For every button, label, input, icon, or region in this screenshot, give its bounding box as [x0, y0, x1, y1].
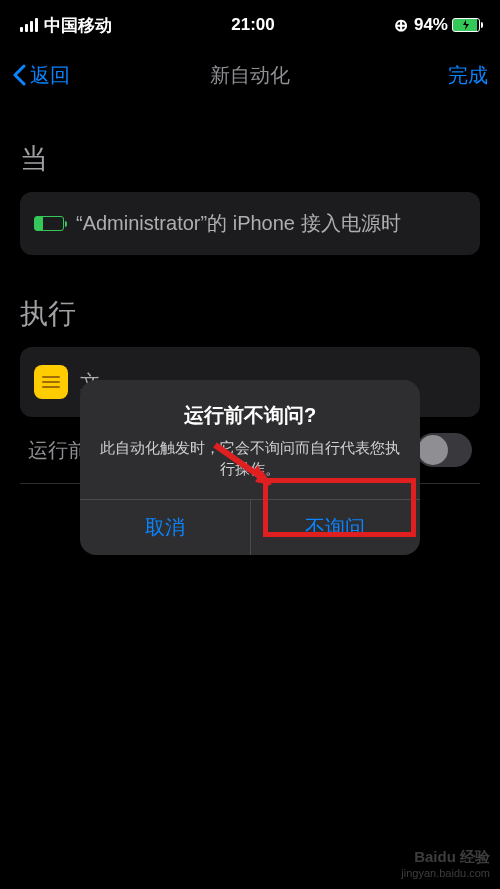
status-left: 中国移动	[20, 14, 112, 37]
carrier-label: 中国移动	[44, 14, 112, 37]
status-bar: 中国移动 21:00 ⊕ 94%	[0, 0, 500, 50]
nav-bar: 返回 新自动化 完成	[0, 50, 500, 100]
notes-icon	[34, 365, 68, 399]
trigger-row[interactable]: “Administrator”的 iPhone 接入电源时	[20, 192, 480, 255]
watermark-brand: Baidu 经验	[401, 848, 490, 867]
trigger-text: “Administrator”的 iPhone 接入电源时	[76, 210, 401, 237]
status-right: ⊕ 94%	[394, 15, 480, 36]
orientation-lock-icon: ⊕	[394, 15, 408, 36]
action-label: 文	[80, 369, 100, 396]
watermark-url: jingyan.baidu.com	[401, 867, 490, 879]
battery-percent: 94%	[414, 15, 448, 35]
battery-icon	[452, 18, 480, 32]
page-title: 新自动化	[210, 62, 290, 89]
when-section-label: 当	[20, 140, 480, 178]
status-time: 21:00	[231, 15, 274, 35]
chevron-left-icon	[12, 64, 26, 86]
back-label: 返回	[30, 62, 70, 89]
toggle-label: 运行前询问	[28, 437, 128, 464]
do-section-label: 执行	[20, 295, 480, 333]
signal-icon	[20, 18, 38, 32]
back-button[interactable]: 返回	[12, 62, 70, 89]
charging-icon	[34, 216, 64, 231]
watermark: Baidu 经验 jingyan.baidu.com	[401, 848, 490, 879]
ask-before-run-toggle[interactable]	[416, 433, 472, 467]
action-row[interactable]: 文	[20, 347, 480, 417]
done-button[interactable]: 完成	[448, 62, 488, 89]
annotation-highlight	[263, 478, 416, 537]
cancel-button[interactable]: 取消	[80, 500, 251, 555]
